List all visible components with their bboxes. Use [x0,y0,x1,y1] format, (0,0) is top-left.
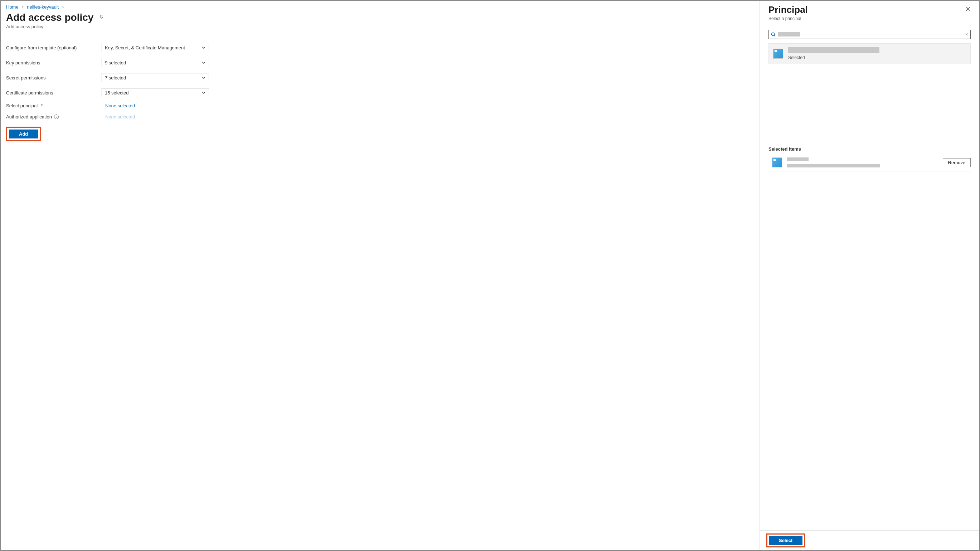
select-button[interactable]: Select [769,536,802,545]
template-dropdown[interactable]: Key, Secret, & Certificate Management [102,43,209,52]
chevron-down-icon [202,91,206,95]
principal-panel: Principal Select a principal × Selected … [760,1,979,550]
breadcrumb-separator: › [62,4,64,10]
chevron-down-icon [202,76,206,80]
selected-id-redacted [787,164,880,167]
chevron-down-icon [202,60,206,65]
panel-footer: Select [760,530,979,550]
authorized-application-link: None selected [105,114,135,119]
result-name-redacted [788,47,880,53]
remove-button[interactable]: Remove [943,158,971,167]
select-principal-label: Select principal* [6,103,102,108]
page-subtitle: Add access policy [6,24,754,29]
selected-item-row: Remove [768,155,971,171]
breadcrumb-home-link[interactable]: Home [6,4,19,10]
certificate-permissions-dropdown[interactable]: 15 selected [102,88,209,97]
selected-name-redacted [787,157,808,161]
add-button[interactable]: Add [9,130,38,138]
principal-result-item[interactable]: Selected [768,43,971,64]
main-content: Home › nellies-keyvault › Add access pol… [1,1,760,550]
key-permissions-value: 9 selected [105,60,126,65]
add-button-highlight: Add [6,127,41,141]
select-button-highlight: Select [766,534,805,548]
svg-point-0 [772,33,775,35]
panel-title: Principal [768,4,808,15]
authorized-application-label: Authorized application i [6,114,102,119]
template-dropdown-value: Key, Secret, & Certificate Management [105,45,185,51]
breadcrumb: Home › nellies-keyvault › [6,4,754,10]
secret-permissions-value: 7 selected [105,75,126,81]
clear-search-icon[interactable]: × [965,32,968,37]
result-selected-label: Selected [788,55,880,60]
search-icon [771,32,776,37]
search-value-redacted [778,32,800,37]
app-tile-icon [772,157,782,167]
pin-icon[interactable] [99,14,104,21]
principal-search-input[interactable]: × [768,30,971,39]
select-principal-link[interactable]: None selected [105,103,135,108]
required-indicator: * [41,103,43,108]
close-icon[interactable] [966,6,971,11]
template-label: Configure from template (optional) [6,45,102,51]
app-tile-icon [773,49,783,59]
secret-permissions-dropdown[interactable]: 7 selected [102,73,209,82]
breadcrumb-vault-link[interactable]: nellies-keyvault [27,4,59,10]
selected-items-heading: Selected items [768,146,971,152]
key-permissions-label: Key permissions [6,60,102,65]
chevron-down-icon [202,45,206,50]
certificate-permissions-label: Certificate permissions [6,90,102,95]
certificate-permissions-value: 15 selected [105,90,129,95]
secret-permissions-label: Secret permissions [6,75,102,81]
info-icon[interactable]: i [54,114,59,119]
page-title: Add access policy [6,12,94,23]
breadcrumb-separator: › [22,4,23,10]
key-permissions-dropdown[interactable]: 9 selected [102,58,209,67]
panel-subtitle: Select a principal [768,16,808,21]
